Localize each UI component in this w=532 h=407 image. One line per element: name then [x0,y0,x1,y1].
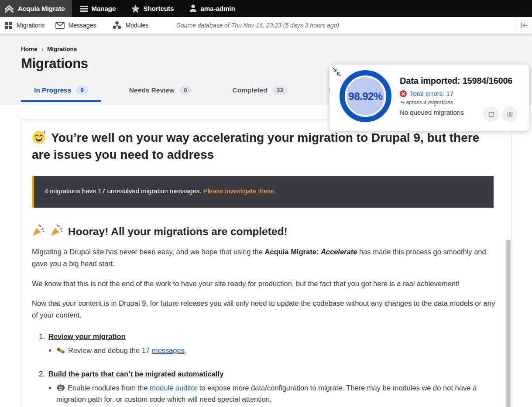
admin-item-label: Shortcuts [143,5,174,12]
step-number: 2. [39,370,45,378]
acquia-migrate-brand[interactable]: Acquia Migrate [0,0,72,17]
tab-label: In Progress [34,86,71,94]
modules-icon [113,21,121,30]
breadcrumb-current: Migrations [47,46,77,52]
brand-label: Acquia Migrate [18,5,65,12]
step-build-parts: 2. Build the parts that can’t be migrate… [39,370,499,407]
paragraph-1: Migrating a Drupal site has never been e… [32,246,495,269]
paragraph-3: Now that your content is in Drupal 9, fo… [32,298,495,321]
hamburger-icon [80,5,88,12]
alert-text: 4 migrations have 17 unresolved migratio… [45,187,201,195]
arrow-nw-icon [336,72,342,77]
sweat-smile-emoji-icon [32,130,47,144]
step-title: Review your migration [48,332,126,341]
hooray-heading: Hooray! All your migrations are complete… [32,224,499,238]
list-item: Enable modules from the module auditor t… [56,382,488,405]
progress-percent: 98.92% [348,90,382,103]
toolbar-collapse-button[interactable] [516,17,532,34]
tab-label: Completed [233,86,268,94]
investigate-link[interactable]: Please investigate these. [203,187,276,195]
toolbar-item-label: Messages [69,22,96,29]
total-errors-link[interactable]: Total errors: 17 [410,90,453,97]
step-title: Build the parts that can’t be migrated a… [48,370,224,378]
source-database-note: Source database of Thu Nov 16, 23:23 (5 … [176,22,339,29]
bug-emoji-icon [56,346,65,355]
breadcrumb-home-link[interactable]: Home [21,46,38,52]
stop-button[interactable] [484,107,498,122]
list-text: Enable modules from the [68,384,150,392]
tab-count-badge: 33 [272,86,288,95]
content-card: You’re well on your way accelerating you… [21,119,511,407]
data-imported-title: Data imported: 15984/16006 [400,76,512,86]
collapse-left-icon [520,22,528,28]
admin-bar: Acquia Migrate Manage Shortcuts ama-admi… [0,0,532,17]
toolbar-item-label: Migrations [17,22,45,29]
tab-in-progress[interactable]: In Progress 0 [21,82,101,102]
pause-icon [507,111,513,117]
next-steps-list: 1. Review your migration Review and debu… [32,332,499,407]
content-scrollbar[interactable] [505,240,511,407]
acquia-logo-icon [3,3,15,14]
envelope-icon [55,22,65,29]
step-review-migration: 1. Review your migration Review and debu… [39,332,499,356]
admin-item-manage[interactable]: Manage [72,0,124,17]
paragraph-2: We know that this is not the end of the … [32,278,495,290]
warning-alert: 4 migrations have 17 unresolved migratio… [32,176,494,208]
user-icon [189,4,197,13]
toolbar-item-modules[interactable]: Modules [108,21,154,30]
party-popper-emoji-icon [50,224,63,237]
tab-label: Needs Review [129,86,175,94]
panel-resize-handle[interactable] [332,67,342,77]
product-name-italic: Accelerate [321,248,357,256]
grid-icon [4,21,13,30]
toolbar-item-label: Modules [125,22,148,29]
breadcrumb-separator: › [41,46,44,52]
party-popper-emoji-icon [32,224,45,237]
star-icon [131,5,140,13]
tab-needs-review[interactable]: Needs Review 0 [116,82,205,102]
toolbar-item-messages[interactable]: Messages [51,22,103,29]
list-text: . [185,346,187,354]
intro-heading: You’re well on your way accelerating you… [32,130,497,163]
step-number: 1. [39,332,45,341]
admin-item-shortcuts[interactable]: Shortcuts [124,0,182,17]
pause-button[interactable] [502,107,517,122]
tab-count-badge: 0 [76,86,88,95]
product-name-bold: Acquia Migrate: [265,248,321,256]
paragraph-text: Migrating a Drupal site has never been e… [32,248,265,256]
hook-arrow-icon: ↪ [400,99,404,106]
list-text: Review and debug the 17 [68,346,152,354]
tab-completed[interactable]: Completed 33 [220,82,301,102]
toolbar: Migrations Messages Modules Source datab… [0,17,532,34]
module-auditor-link[interactable]: module auditor [150,384,197,392]
admin-item-label: ama-admin [200,5,235,12]
hooray-heading-text: Hooray! All your migrations are complete… [68,226,288,237]
list-item: Review and debug the 17 messages. [56,345,488,356]
stop-icon [488,112,494,117]
robot-emoji-icon [56,383,65,392]
toolbar-item-migrations[interactable]: Migrations [0,21,51,30]
admin-item-label: Manage [92,5,116,12]
intro-heading-text: You’re well on your way accelerating you… [32,131,479,161]
errors-scope: ↪ across 4 migrations [400,99,512,106]
migration-progress-panel: 98.92% Data imported: 15984/16006 Total … [329,65,529,131]
admin-item-user[interactable]: ama-admin [182,0,243,17]
error-icon [400,90,407,97]
main-content: You’re well on your way accelerating you… [0,119,532,407]
errors-scope-text: across 4 migrations [406,99,453,106]
tab-count-badge: 0 [179,86,192,95]
breadcrumb: Home › Migrations [21,46,532,52]
messages-link[interactable]: messages [152,346,185,354]
progress-ring: 98.92% [340,70,391,122]
